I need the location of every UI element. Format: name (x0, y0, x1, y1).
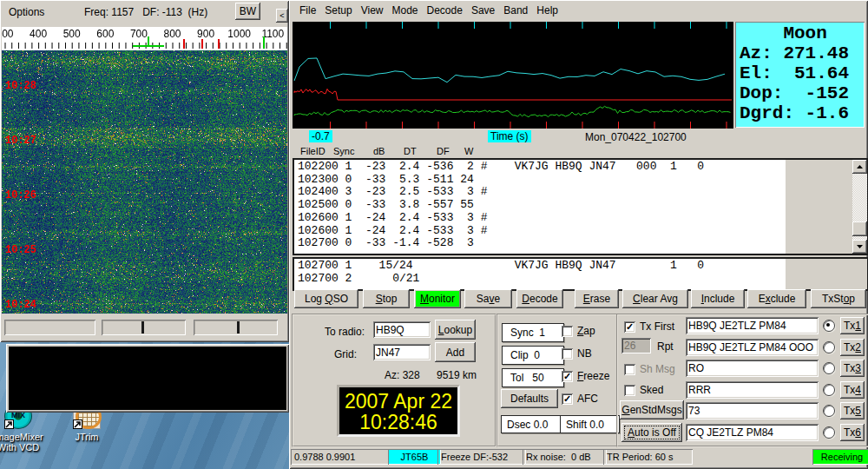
bw-button[interactable]: BW (235, 3, 260, 20)
dsec-setting[interactable]: Dsec 0.0 (501, 415, 563, 433)
decoded-text[interactable]: 102200 1 -23 2.4 -536 2 # VK7JG HB9Q JN4… (298, 161, 704, 250)
freeze-checkbox[interactable]: ✓Freeze (562, 370, 609, 382)
include-button[interactable]: Include (691, 289, 745, 308)
moon-info-panel: Moon Az: 271.48 El: 51.64 Dop: -152 Dgrd… (735, 22, 865, 128)
clear-avg-button[interactable]: Clear Avg (622, 289, 688, 308)
rpt-label: Rpt (657, 340, 674, 353)
shortcut-arrow-icon (73, 419, 82, 429)
menu-band[interactable]: Band (499, 3, 532, 18)
waterfall-timestamp: 10:28 (5, 80, 36, 92)
tx5-radio[interactable] (823, 405, 835, 417)
scroll-left-button[interactable]: < (276, 9, 288, 23)
date-time-clock: 2007 Apr 22 10:28:46 (337, 385, 460, 437)
stop-button[interactable]: Stop (363, 289, 410, 308)
sh-msg-checkbox[interactable]: ✓Sh Msg (624, 363, 675, 375)
col-w: W (464, 146, 473, 156)
menu-help[interactable]: Help (532, 3, 562, 18)
menu-file[interactable]: File (295, 3, 320, 18)
add-button[interactable]: Add (435, 342, 476, 362)
checkbox-box: ✓ (562, 371, 573, 382)
tx2-button[interactable]: Tx2 (840, 339, 865, 356)
clock-time: 10:28:46 (339, 412, 457, 433)
tol-setting[interactable]: Tol 50 (502, 368, 564, 387)
nb-checkbox[interactable]: ✓NB (562, 347, 592, 360)
log-qso-button[interactable]: Log QSO (294, 289, 358, 308)
scrollbar-thumb[interactable] (852, 221, 867, 236)
specjt-slider-row (2, 314, 287, 340)
monitor-button[interactable]: Monitor (414, 289, 461, 308)
sync-graph (293, 22, 733, 129)
save-button[interactable]: Save (464, 289, 512, 308)
scroll-down-button[interactable] (852, 240, 867, 254)
menu-decode[interactable]: Decode (423, 3, 467, 18)
tx3-radio[interactable] (823, 362, 835, 374)
tx6-message-input[interactable]: CQ JE2TLZ PM84 (686, 424, 819, 441)
decode-scrollbar[interactable] (852, 160, 867, 254)
waterfall-display[interactable] (2, 50, 287, 314)
tx-panel: ✓Tx First 26 Rpt ✓Sh Msg ✓Sked GenStdMsg… (616, 314, 868, 447)
col-dt: DT (404, 146, 417, 156)
radio-dot-icon (826, 323, 830, 327)
waterfall-timestamp: 10:24 (5, 299, 36, 311)
menu-view[interactable]: View (357, 3, 388, 18)
tx6-button[interactable]: Tx6 (840, 424, 865, 441)
defaults-button[interactable]: Defaults (501, 389, 558, 408)
desktop-screen: MIX ImageMixerWith VCD JTrim Options Fre… (0, 0, 868, 469)
imagemixer-label: ImageMixerWith VCD (0, 432, 49, 452)
menu-mode[interactable]: Mode (388, 3, 423, 18)
check-mark-icon: ✓ (563, 371, 571, 382)
sync-setting[interactable]: Sync 1 (502, 323, 564, 342)
txstop-button[interactable]: TxStop (811, 289, 866, 308)
erase-button[interactable]: Erase (575, 289, 619, 308)
time-axis-label: Time (s) (488, 130, 531, 142)
tx4-message-input[interactable]: RRR (686, 381, 819, 399)
afc-checkbox[interactable]: ✓AFC (562, 393, 598, 405)
slider-speed[interactable] (102, 320, 186, 335)
slider-speed-thumb[interactable] (141, 321, 144, 334)
frequency-ruler[interactable] (2, 27, 287, 50)
shift-setting[interactable]: Shift 0.0 (560, 415, 620, 433)
menu-setup[interactable]: Setup (320, 3, 356, 18)
gen-std-msgs-button[interactable]: GenStdMsgs (620, 400, 684, 419)
background-window[interactable] (6, 344, 289, 413)
grid-label: Grid: (334, 348, 357, 360)
check-mark-icon: ✓ (626, 321, 634, 333)
average-text[interactable]: 102700 1 15/24 VK7JG HB9Q JN47 1 0 10270… (298, 260, 704, 285)
slider-blank[interactable] (4, 320, 95, 335)
tx2-radio[interactable] (823, 341, 835, 353)
tx-first-checkbox[interactable]: ✓Tx First (624, 320, 674, 333)
menu-save[interactable]: Save (467, 3, 499, 18)
down-arrow-icon (857, 245, 863, 248)
average-text-area[interactable]: 102700 1 15/24 VK7JG HB9Q JN47 1 0 10270… (293, 257, 868, 291)
tx1-radio[interactable] (823, 320, 835, 332)
to-radio-input[interactable]: HB9Q (373, 321, 431, 338)
tx3-message-input[interactable]: RO (686, 360, 819, 377)
tx4-radio[interactable] (823, 384, 835, 396)
slider-gain[interactable] (194, 320, 278, 335)
tx2-message-input[interactable]: HB9Q JE2TLZ PM84 OOO (686, 339, 819, 356)
tx1-message-input[interactable]: HB9Q JE2TLZ PM84 (686, 317, 819, 334)
col-fileid: FileID (300, 146, 326, 156)
tx3-button[interactable]: Tx3 (840, 360, 865, 377)
decoded-text-area[interactable]: 102200 1 -23 2.4 -536 2 # VK7JG HB9Q JN4… (293, 158, 868, 255)
tx1-button[interactable]: Tx1 (840, 317, 865, 334)
tx4-button[interactable]: Tx4 (840, 381, 865, 399)
tx6-radio[interactable] (823, 426, 835, 439)
scroll-up-button[interactable] (852, 160, 867, 174)
status-levels: 0.9788 0.9901 (291, 449, 390, 465)
sync-graph-panel (293, 22, 733, 129)
auto-button[interactable]: Auto is Off (621, 423, 682, 442)
tx5-message-input[interactable]: 73 (686, 402, 819, 419)
zap-checkbox[interactable]: ✓Zap (562, 325, 595, 337)
lookup-button[interactable]: Lookup (435, 320, 476, 340)
checkbox-box: ✓ (624, 321, 635, 333)
menu-options[interactable]: Options (9, 6, 44, 18)
clip-setting[interactable]: Clip 0 (502, 346, 564, 365)
decode-button[interactable]: Decode (516, 289, 563, 308)
waterfall-timestamp: 10:26 (5, 189, 36, 201)
sked-checkbox[interactable]: ✓Sked (624, 384, 663, 396)
tx5-button[interactable]: Tx5 (840, 402, 865, 419)
slider-gain-thumb[interactable] (237, 321, 240, 334)
grid-input[interactable]: JN47 (373, 344, 431, 360)
exclude-button[interactable]: Exclude (747, 289, 806, 308)
